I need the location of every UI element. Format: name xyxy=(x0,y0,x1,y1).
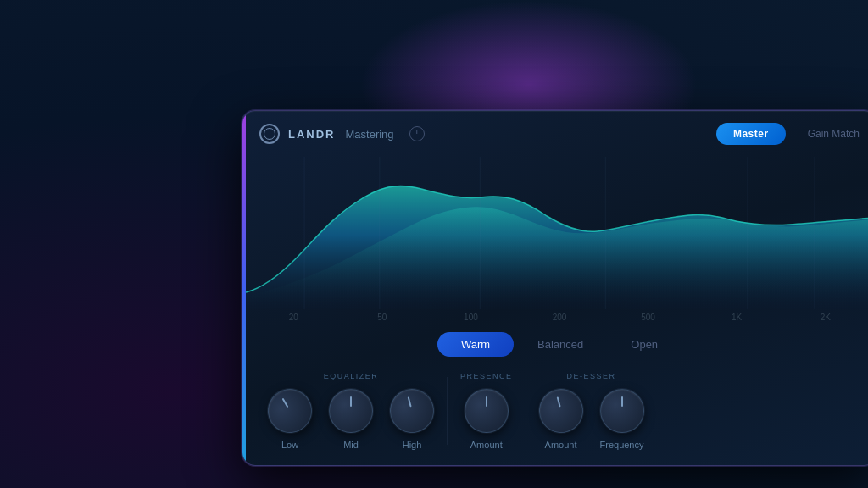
brand-text: LANDR xyxy=(288,128,336,141)
freq-label-2k: 2K xyxy=(781,313,868,322)
freq-label-200: 200 xyxy=(515,313,604,322)
knob-desser-freq-label: Frequency xyxy=(600,440,644,450)
presence-group: PRESENCE Amount xyxy=(460,372,513,450)
presence-label: PRESENCE xyxy=(460,372,513,380)
spectrum-svg xyxy=(246,157,868,309)
freq-label-50: 50 xyxy=(338,313,427,322)
app-title: Mastering xyxy=(346,128,394,141)
knob-container-high: High xyxy=(390,389,434,450)
freq-label-100: 100 xyxy=(426,313,515,322)
knob-desser-freq[interactable] xyxy=(600,389,644,433)
presence-knobs-row: Amount xyxy=(465,389,509,450)
controls-section: EQUALIZER Low Mid High PRESENCE xyxy=(242,363,868,458)
char-btn-balanced[interactable]: Balanced xyxy=(514,332,607,357)
freq-label-20: 20 xyxy=(249,313,338,322)
timer-icon[interactable] xyxy=(409,126,425,141)
knob-mid-label: Mid xyxy=(343,440,359,450)
knob-presence-amount-label: Amount xyxy=(470,440,503,450)
plugin-window: LANDR Mastering Master Gain Match xyxy=(242,110,868,466)
knob-desser-amount-label: Amount xyxy=(545,440,577,450)
master-button[interactable]: Master xyxy=(716,123,786,145)
knob-presence-amount[interactable] xyxy=(465,389,509,433)
character-section: Warm Balanced Open xyxy=(242,332,868,357)
divider-2 xyxy=(526,377,526,445)
freq-label-1k: 1K xyxy=(693,313,782,322)
de-esser-knobs-row: Amount Frequency xyxy=(539,389,644,450)
equalizer-group: EQUALIZER Low Mid High xyxy=(268,372,434,450)
knob-desser-amount[interactable] xyxy=(534,384,588,438)
knob-container-desser-amount: Amount xyxy=(539,389,583,450)
knob-low-label: Low xyxy=(281,440,298,450)
knob-container-low: Low xyxy=(268,389,312,450)
de-esser-group: DE-ESSER Amount Frequency xyxy=(539,372,644,450)
equalizer-knobs-row: Low Mid High xyxy=(268,389,434,450)
equalizer-label: EQUALIZER xyxy=(324,372,379,380)
gain-match-label: Gain Match xyxy=(808,128,860,140)
knob-low[interactable] xyxy=(259,380,320,441)
divider-1 xyxy=(447,377,448,445)
char-btn-warm[interactable]: Warm xyxy=(437,332,514,357)
knob-container-mid: Mid xyxy=(329,389,373,450)
logo-icon xyxy=(259,124,280,144)
header: LANDR Mastering Master Gain Match xyxy=(242,111,868,157)
char-btn-open[interactable]: Open xyxy=(607,332,682,357)
knob-high-label: High xyxy=(403,440,422,450)
knob-mid[interactable] xyxy=(329,389,373,433)
freq-labels: 20 50 100 200 500 1K 2K xyxy=(242,309,868,325)
knob-container-desser-freq: Frequency xyxy=(600,389,644,450)
de-esser-label: DE-ESSER xyxy=(567,372,616,380)
eq-display xyxy=(246,157,868,309)
knob-high[interactable] xyxy=(385,384,439,438)
freq-label-500: 500 xyxy=(604,313,693,322)
knob-container-presence-amount: Amount xyxy=(465,389,509,450)
